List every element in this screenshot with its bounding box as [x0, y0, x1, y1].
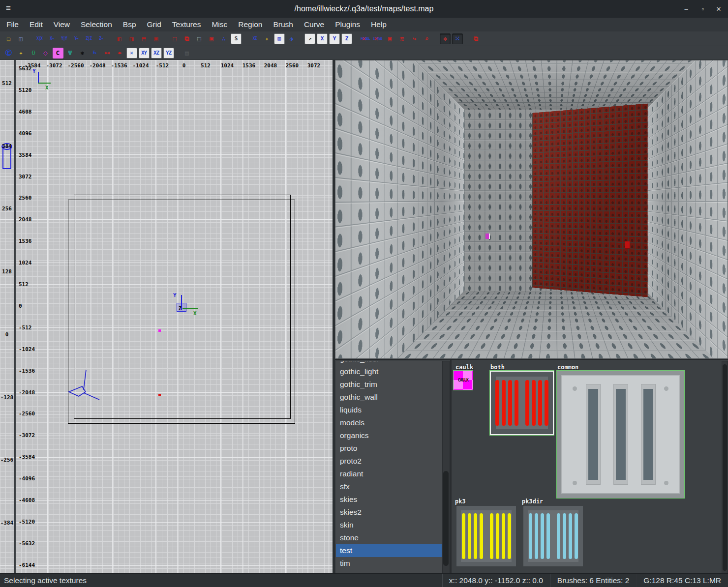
patch-circle-icon[interactable]: ◌: [40, 48, 51, 59]
open-file-icon[interactable]: ❏: [3, 33, 14, 44]
camera-view-icon[interactable]: ✦: [16, 48, 27, 59]
select-dashed-icon[interactable]: ⬚: [169, 33, 180, 44]
clear-view-icon[interactable]: ✕: [126, 48, 137, 59]
patch-bend-icon[interactable]: ↪: [409, 33, 420, 44]
cap-selection-icon[interactable]: ⬗: [286, 33, 297, 44]
folder-item-radiant[interactable]: radiant: [336, 468, 442, 480]
doc-notes-icon[interactable]: ▤: [182, 48, 192, 59]
light-entity-3d[interactable]: [485, 234, 490, 239]
menu-brush[interactable]: Brush: [268, 18, 299, 31]
rotate-z-icon[interactable]: Z↷: [95, 33, 106, 44]
texture-folder-list[interactable]: gothic_floorgothic_lightgothic_trimgothi…: [336, 361, 442, 573]
curve-c-icon[interactable]: C: [53, 48, 63, 59]
texture-thumb-both[interactable]: [489, 370, 554, 436]
view-xz-icon[interactable]: XZ: [151, 48, 162, 59]
folder-item-models[interactable]: models: [336, 416, 442, 429]
z-axis-strip[interactable]: 5123842561280-128-256-384: [0, 60, 14, 573]
texture-thumb-caulk[interactable]: CAULK: [453, 370, 473, 390]
folder-item-gothic_floor[interactable]: gothic_floor: [336, 361, 442, 365]
csg-tool-c-icon[interactable]: ⬒: [139, 33, 150, 44]
menu-selection[interactable]: Selection: [75, 18, 118, 31]
foliage-icon[interactable]: Ψ: [65, 48, 76, 59]
texture-window-icon[interactable]: ▥: [274, 33, 285, 44]
folder-item-gothic_wall[interactable]: gothic_wall: [336, 391, 442, 404]
menu-grid[interactable]: Grid: [142, 18, 167, 31]
entity-list-icon[interactable]: Ⓔ: [3, 48, 14, 59]
menu-bsp[interactable]: Bsp: [118, 18, 142, 31]
flip-y-icon[interactable]: Y|Y: [59, 33, 69, 44]
show-axis-z-icon[interactable]: Z: [341, 33, 352, 44]
folder-item-proto[interactable]: proto: [336, 442, 442, 455]
folder-list-scrollbar[interactable]: [442, 361, 450, 573]
vertex-tool-icon[interactable]: ∴: [218, 33, 229, 44]
hide-curves-icon[interactable]: CURVE: [372, 33, 383, 44]
texture-lock-icon[interactable]: ✦: [262, 33, 273, 44]
folder-item-sfx[interactable]: sfx: [336, 480, 442, 493]
folder-item-organics[interactable]: organics: [336, 429, 442, 442]
collapse-icon[interactable]: ▶◀: [102, 48, 113, 59]
texture-thumb-common[interactable]: [556, 370, 685, 499]
select-inside-icon[interactable]: ⁙: [452, 33, 463, 44]
texture-thumb-pk3dir[interactable]: [523, 506, 583, 566]
swap-xzy-icon[interactable]: XZ: [249, 33, 260, 44]
folder-item-stone[interactable]: stone: [336, 531, 442, 544]
surface-braces-icon[interactable]: {}: [28, 48, 39, 59]
folder-item-skin[interactable]: skin: [336, 519, 442, 531]
menu-edit[interactable]: Edit: [24, 18, 48, 31]
make-border-icon[interactable]: ▣: [206, 33, 217, 44]
view-yz-icon[interactable]: YZ: [163, 48, 174, 59]
close-button[interactable]: ✕: [713, 4, 724, 14]
menu-curve[interactable]: Curve: [299, 18, 330, 31]
menu-region[interactable]: Region: [233, 18, 268, 31]
entity-point-red[interactable]: [158, 394, 161, 396]
minimize-button[interactable]: –: [681, 4, 692, 14]
folder-item-proto2[interactable]: proto2: [336, 455, 442, 468]
folder-item-skies[interactable]: skies: [336, 493, 442, 506]
csg-tool-b-icon[interactable]: ◨: [126, 33, 137, 44]
menu-view[interactable]: View: [48, 18, 75, 31]
folder-item-test[interactable]: test: [336, 544, 442, 557]
folder-item-gothic_light[interactable]: gothic_light: [336, 365, 442, 378]
camera-icon-2d[interactable]: [67, 367, 106, 406]
expand-icon[interactable]: ◀▶: [114, 48, 125, 59]
csg-tool-a-icon[interactable]: ◧: [114, 33, 125, 44]
refresh-models-icon[interactable]: ⌕: [422, 33, 432, 44]
origin-entity-box[interactable]: Z: [177, 303, 186, 312]
rotate-x-icon[interactable]: X↷: [46, 33, 57, 44]
select-touching-icon[interactable]: ✥: [440, 33, 451, 44]
patch-ribbon-icon[interactable]: ≋: [397, 33, 408, 44]
resize-brush-icon[interactable]: ↗: [304, 33, 315, 44]
texture-thumbnails-area[interactable]: caulk CAULK both common: [452, 360, 721, 574]
entity-drop-icon[interactable]: E↓: [90, 48, 100, 59]
folder-item-liquids[interactable]: liquids: [336, 404, 442, 416]
folder-item-gothic_trim[interactable]: gothic_trim: [336, 378, 442, 391]
flip-z-icon[interactable]: Z|Z: [83, 33, 94, 44]
texture-thumb-pk3[interactable]: [456, 506, 516, 566]
folder-item-skies2[interactable]: skies2: [336, 506, 442, 519]
hollow-icon[interactable]: ⬚: [194, 33, 205, 44]
save-file-icon[interactable]: ◫: [16, 33, 27, 44]
menu-misc[interactable]: Misc: [206, 18, 233, 31]
folder-scrollbar-thumb[interactable]: [443, 471, 449, 566]
maximize-button[interactable]: ▫: [698, 4, 708, 14]
light-entity-point[interactable]: [158, 329, 161, 332]
texture-scrollbar-thumb[interactable]: [723, 364, 727, 571]
patch-toolbox-icon[interactable]: ▣: [385, 33, 395, 44]
flip-x-icon[interactable]: X|X: [34, 33, 45, 44]
rotate-y-icon[interactable]: Y↷: [71, 33, 82, 44]
csg-subtract-icon[interactable]: ⧉: [182, 33, 192, 44]
csg-merge-icon[interactable]: ▣: [151, 33, 162, 44]
show-axis-x-icon[interactable]: X: [317, 33, 328, 44]
folder-item-tim[interactable]: tim: [336, 557, 442, 570]
grid-2d-view[interactable]: Y X Y Z X -3584-3072-2560-2048-1536-1024…: [15, 60, 333, 573]
view-xy-icon[interactable]: XY: [139, 48, 150, 59]
texture-layers-icon[interactable]: ⧉: [471, 33, 482, 44]
red-entity-3d[interactable]: [625, 241, 630, 249]
hide-models-icon[interactable]: MODEL: [360, 33, 371, 44]
show-axis-y-icon[interactable]: Y: [329, 33, 340, 44]
camera-3d-view[interactable]: [335, 60, 728, 359]
snap-grid-icon[interactable]: S: [231, 33, 242, 44]
bug-icon[interactable]: ✱: [77, 48, 88, 59]
menu-file[interactable]: File: [1, 18, 24, 31]
menu-plugins[interactable]: Plugins: [330, 18, 365, 31]
